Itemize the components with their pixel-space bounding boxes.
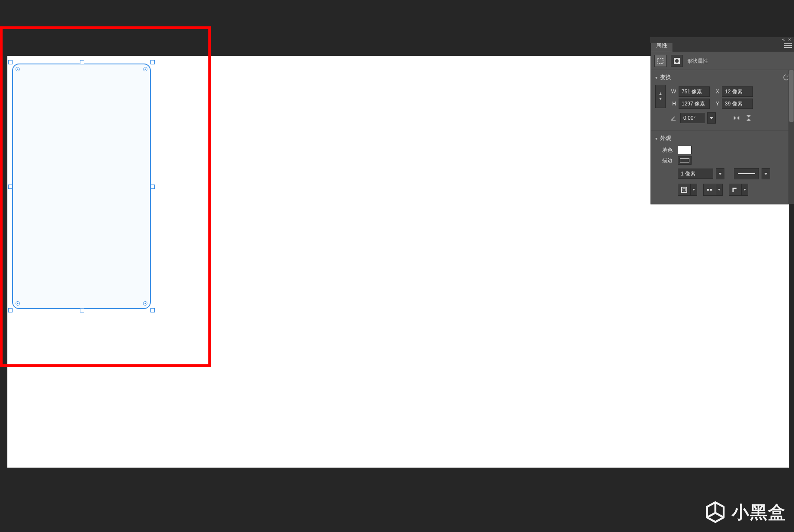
stroke-weight-input[interactable] (678, 169, 713, 179)
chevron-down-icon[interactable]: ▾ (655, 75, 657, 80)
stroke-align-dropdown[interactable] (691, 184, 697, 196)
svg-rect-4 (683, 188, 686, 191)
watermark-logo-icon (703, 500, 727, 524)
stroke-weight-dropdown[interactable] (716, 168, 724, 179)
link-width-height-icon[interactable] (655, 85, 666, 108)
stroke-align-icon[interactable] (678, 184, 691, 196)
stroke-style-preview[interactable] (734, 168, 759, 179)
panel-scrollbar-thumb[interactable] (789, 70, 794, 122)
panel-subheader: 形状属性 (651, 52, 794, 70)
corner-radius-handle-tl[interactable] (16, 67, 20, 71)
stroke-caps-dropdown[interactable] (716, 184, 723, 196)
svg-rect-3 (682, 187, 687, 192)
height-label: H (669, 101, 676, 107)
section-transform: ▾变换 W X (651, 70, 794, 131)
app-root: « × 属性 形状属性 ▾变换 (0, 0, 794, 532)
svg-rect-5 (707, 189, 709, 191)
watermark-text: 小黑盒 (732, 500, 786, 524)
x-label: X (712, 89, 719, 95)
height-input[interactable] (679, 99, 710, 109)
x-input[interactable] (722, 86, 753, 97)
width-input[interactable] (679, 86, 710, 97)
properties-panel: « × 属性 形状属性 ▾变换 (651, 38, 794, 204)
width-label: W (669, 89, 676, 95)
corner-radius-handle-br[interactable] (143, 301, 147, 306)
angle-icon (669, 115, 678, 121)
watermark: 小黑盒 (703, 500, 786, 524)
corner-radius-handle-bl[interactable] (16, 301, 20, 306)
selected-shape[interactable] (12, 64, 151, 309)
corner-radius-handle-tr[interactable] (143, 67, 147, 71)
section-transform-title: 变换 (660, 74, 671, 80)
y-input[interactable] (722, 99, 753, 109)
stroke-caps-icon[interactable] (703, 184, 716, 196)
svg-rect-6 (710, 189, 712, 191)
stroke-corners-icon[interactable] (729, 184, 742, 196)
stroke-color-swatch[interactable] (678, 156, 692, 165)
svg-point-2 (675, 59, 679, 63)
panel-close-icon[interactable]: × (788, 37, 791, 43)
stroke-label: 描边 (655, 157, 673, 164)
fill-color-swatch[interactable] (678, 146, 692, 154)
stroke-options-row (678, 184, 790, 196)
stroke-corners-dropdown[interactable] (742, 184, 748, 196)
live-shape-mode-icon[interactable] (654, 55, 666, 67)
section-appearance: ▾外观 填色 描边 (651, 131, 794, 204)
y-label: Y (712, 101, 719, 107)
stroke-style-dropdown[interactable] (762, 168, 770, 179)
panel-subtitle: 形状属性 (687, 57, 708, 65)
panel-collapse-icon[interactable]: « (782, 37, 784, 43)
fill-label: 填色 (655, 147, 673, 154)
rotation-input[interactable] (680, 113, 705, 123)
panel-menu-icon[interactable] (784, 43, 792, 48)
panel-window-controls: « × (650, 37, 794, 43)
flip-horizontal-icon[interactable] (732, 114, 741, 122)
mask-mode-icon[interactable] (671, 55, 683, 67)
chevron-down-icon[interactable]: ▾ (655, 136, 657, 141)
flip-vertical-icon[interactable] (744, 114, 753, 122)
svg-rect-0 (658, 58, 663, 64)
panel-scrollbar-track[interactable] (788, 70, 794, 204)
rotation-dropdown[interactable] (707, 112, 716, 124)
section-appearance-title: 外观 (660, 135, 671, 141)
